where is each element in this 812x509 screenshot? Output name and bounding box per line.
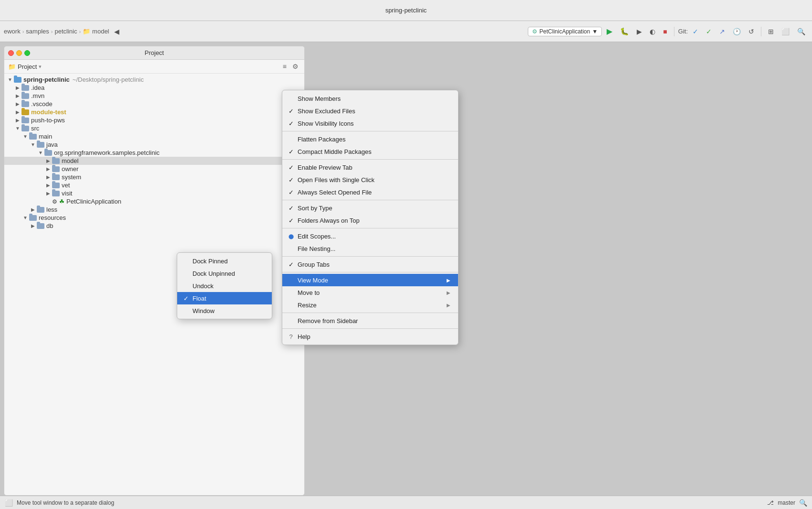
- breadcrumb-item[interactable]: samples: [26, 28, 49, 35]
- debug-button[interactable]: 🐛: [617, 26, 632, 37]
- folder-icon: [37, 207, 44, 213]
- breadcrumb-item[interactable]: ework: [4, 28, 21, 35]
- submenu-arrow-icon: ▶: [447, 303, 450, 308]
- panel-minimize-button[interactable]: [16, 50, 22, 56]
- menu-item-flatten-packages[interactable]: Flatten Packages: [282, 133, 458, 145]
- menu-item-remove-from-sidebar[interactable]: Remove from Sidebar: [282, 314, 458, 327]
- profile-button[interactable]: ◐: [647, 27, 658, 36]
- panel-title: Project: [145, 49, 164, 56]
- layout-button[interactable]: ⊞: [765, 27, 777, 36]
- panel-dropdown-icon[interactable]: ▾: [39, 64, 42, 70]
- panel-settings-btn[interactable]: ≡: [281, 62, 288, 71]
- tree-item-label: PetClinicApplication: [66, 198, 121, 205]
- menu-item-label: Help: [298, 333, 450, 340]
- submenu-item-dock-unpinned[interactable]: Dock Unpinned: [177, 267, 272, 280]
- menu-item-resize[interactable]: Resize ▶: [282, 299, 458, 311]
- breadcrumb-item[interactable]: petclinic: [54, 28, 77, 35]
- submenu-item-window[interactable]: Window: [177, 304, 272, 317]
- menu-check: ✓: [287, 189, 295, 196]
- tree-arrow: ▶: [14, 109, 21, 115]
- menu-separator: [282, 228, 458, 228]
- window-button[interactable]: ⬜: [779, 27, 792, 36]
- breadcrumb-item[interactable]: model: [92, 28, 109, 35]
- git-icon: ⎇: [767, 499, 774, 506]
- tree-arrow: ▼: [29, 142, 37, 147]
- menu-item-folders-always-on-top[interactable]: ✓ Folders Always on Top: [282, 214, 458, 227]
- menu-check: ✓: [287, 148, 295, 155]
- menu-item-label: File Nesting...: [298, 245, 450, 252]
- tree-item-label: java: [46, 141, 58, 148]
- menu-item-label: Resize: [298, 302, 444, 309]
- menu-item-move-to[interactable]: Move to ▶: [282, 286, 458, 299]
- tree-item[interactable]: ▶ db: [4, 222, 304, 230]
- run-config-name: PetClinicApplication: [539, 28, 590, 35]
- tree-arrow: ▼: [14, 126, 21, 131]
- git-push-button[interactable]: ↗: [716, 27, 728, 36]
- menu-item-file-nesting[interactable]: File Nesting...: [282, 242, 458, 255]
- tree-item[interactable]: ⚙ ☘ PetClinicApplication: [4, 197, 304, 206]
- menu-check: ✓: [182, 295, 190, 302]
- tree-item[interactable]: ▼ java: [4, 141, 304, 149]
- menu-item-show-members[interactable]: Show Members: [282, 92, 458, 105]
- tree-item[interactable]: ▶ .vscode: [4, 100, 304, 108]
- panel-close-button[interactable]: [8, 50, 14, 56]
- tree-item[interactable]: ▶ model: [4, 157, 304, 165]
- menu-item-show-visibility-icons[interactable]: ✓ Show Visibility Icons: [282, 117, 458, 130]
- breadcrumb-sep: ›: [79, 29, 81, 34]
- git-history-button[interactable]: 🕐: [730, 27, 744, 36]
- run-button[interactable]: ▶: [604, 26, 615, 37]
- run-config-selector[interactable]: ⚙ PetClinicApplication ▼: [528, 27, 602, 36]
- panel-maximize-button[interactable]: [24, 50, 30, 56]
- menu-item-view-mode[interactable]: View Mode ▶: [282, 274, 458, 286]
- submenu-item-undock[interactable]: Undock: [177, 280, 272, 292]
- menu-item-show-excluded-files[interactable]: ✓ Show Excluded Files: [282, 105, 458, 117]
- tree-item[interactable]: ▶ .mvn: [4, 92, 304, 100]
- tree-item[interactable]: ▶ vet: [4, 181, 304, 189]
- tree-item[interactable]: ▼ org.springframework.samples.petclinic: [4, 149, 304, 157]
- submenu-item-float[interactable]: ✓ Float: [177, 292, 272, 304]
- menu-separator: [282, 200, 458, 200]
- menu-item-label: Flatten Packages: [298, 136, 450, 143]
- tree-arrow: ▶: [14, 118, 21, 123]
- git-update-button[interactable]: ✓: [703, 27, 715, 36]
- tree-item-label: db: [46, 222, 53, 229]
- toolbar: ework › samples › petclinic › 📁 model ◀ …: [0, 21, 812, 42]
- coverage-button[interactable]: ▶: [634, 27, 645, 36]
- tree-item[interactable]: ▶ push-to-pws: [4, 116, 304, 124]
- menu-item-edit-scopes[interactable]: ⬤ Edit Scopes...: [282, 230, 458, 242]
- tree-item[interactable]: ▶ owner: [4, 165, 304, 173]
- tree-item[interactable]: ▶ .idea: [4, 84, 304, 92]
- tree-item[interactable]: ▼ resources: [4, 214, 304, 222]
- back-button[interactable]: ◀: [111, 27, 122, 36]
- tree-item-label: spring-petclinic: [23, 76, 70, 83]
- search-button[interactable]: 🔍: [794, 27, 808, 36]
- tree-item[interactable]: ▶ system: [4, 173, 304, 181]
- tree-arrow: ▶: [44, 174, 52, 180]
- menu-item-enable-preview-tab[interactable]: ✓ Enable Preview Tab: [282, 161, 458, 173]
- tree-item[interactable]: ▶ less: [4, 206, 304, 214]
- panel-options-btn[interactable]: ⚙: [290, 62, 300, 71]
- menu-item-open-files-single-click[interactable]: ✓ Open Files with Single Click: [282, 173, 458, 186]
- status-message: Move tool window to a separate dialog: [17, 499, 114, 506]
- tree-item[interactable]: ▼ src: [4, 124, 304, 132]
- submenu-item-label: Window: [192, 307, 214, 314]
- tree-arrow: ▶: [29, 207, 37, 212]
- tree-item-label: visit: [62, 190, 72, 197]
- menu-item-group-tabs[interactable]: ✓ Group Tabs: [282, 258, 458, 271]
- menu-item-compact-middle-packages[interactable]: ✓ Compact Middle Packages: [282, 145, 458, 158]
- folder-icon: [21, 126, 29, 131]
- git-rollback-button[interactable]: ↺: [746, 27, 757, 36]
- tree-item[interactable]: ▶ visit: [4, 189, 304, 197]
- tree-item-label: push-to-pws: [31, 117, 65, 124]
- tree-item[interactable]: ▶ module-test: [4, 108, 304, 116]
- tree-item[interactable]: ▼ main: [4, 132, 304, 141]
- menu-item-sort-by-type[interactable]: ✓ Sort by Type: [282, 202, 458, 214]
- menu-item-always-select-opened-file[interactable]: ✓ Always Select Opened File: [282, 186, 458, 198]
- stop-button[interactable]: ■: [660, 27, 670, 36]
- submenu-item-dock-pinned[interactable]: Dock Pinned: [177, 255, 272, 267]
- git-commit-button[interactable]: ✓: [690, 27, 701, 36]
- tree-item[interactable]: ▼ spring-petclinic ~/Desktop/spring-petc…: [4, 76, 304, 84]
- search-status-icon[interactable]: 🔍: [799, 499, 807, 507]
- menu-separator: [282, 159, 458, 160]
- menu-item-help[interactable]: ? Help: [282, 330, 458, 343]
